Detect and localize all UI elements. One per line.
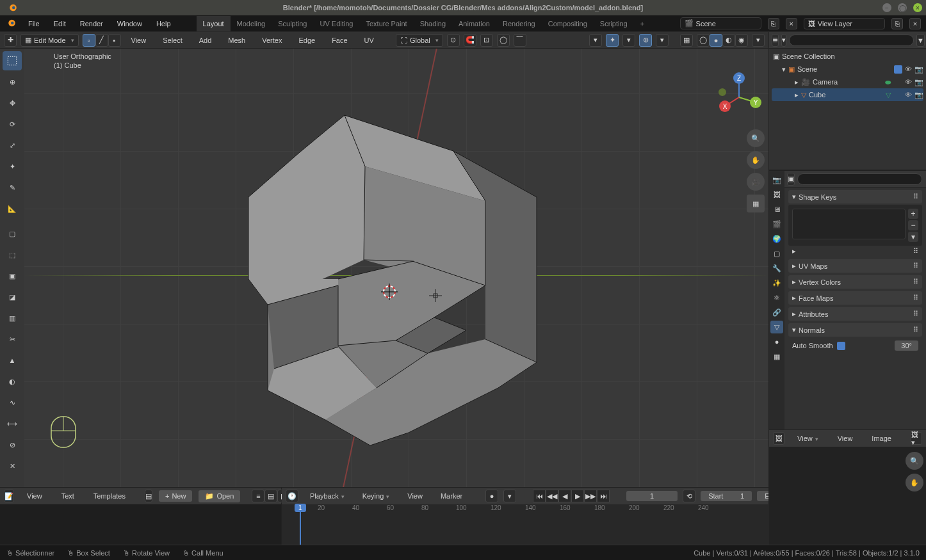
outliner-type-icon[interactable]: ≣ (772, 34, 779, 47)
vp-menu-uv[interactable]: UV (358, 34, 380, 47)
menu-file[interactable]: File (22, 17, 46, 30)
gizmo-toggle-icon[interactable]: ✦ (606, 34, 619, 47)
prop-particle-icon[interactable]: ✨ (770, 276, 783, 289)
tool-inset[interactable]: ▣ (3, 266, 22, 285)
tab-rendering[interactable]: Rendering (496, 16, 542, 31)
eye-icon[interactable]: 👁 (905, 91, 912, 99)
new-layer-button[interactable]: ⎘ (891, 18, 903, 29)
tree-scene[interactable]: ▾▣ Scene 👁📷 (772, 63, 923, 76)
te-opt2-icon[interactable]: ▤ (264, 490, 277, 502)
tool-add-cube[interactable]: ▢ (3, 224, 22, 243)
tool-annotate[interactable]: ✎ (3, 178, 22, 197)
render-icon[interactable]: 📷 (914, 65, 923, 74)
snap-icon[interactable]: 🧲 (464, 34, 476, 47)
prop-world-icon[interactable]: 🌍 (770, 232, 783, 245)
proportional-type-icon[interactable]: ⁀ (514, 34, 526, 47)
tool-rip[interactable]: ✕ (3, 456, 22, 476)
prop-render-icon[interactable]: 📷 (770, 173, 783, 186)
render-icon[interactable]: 📷 (914, 78, 923, 86)
te-menu-view[interactable]: View (20, 490, 49, 502)
panel-face-maps[interactable]: ▸Face Maps⠿ (788, 291, 922, 305)
panel-attributes[interactable]: ▸Attributes⠿ (788, 307, 922, 321)
prop-modifier-icon[interactable]: 🔧 (770, 262, 783, 275)
prop-output-icon[interactable]: 🖼 (770, 188, 783, 201)
delete-scene-button[interactable]: × (786, 18, 797, 29)
minimize-icon[interactable]: − (882, 3, 891, 12)
tl-marker[interactable]: Marker (434, 490, 469, 502)
mesh-display-icon[interactable]: ▾ (589, 34, 602, 47)
xray-icon[interactable]: ▦ (680, 34, 693, 47)
editor-type-icon[interactable]: ✚ (4, 34, 17, 47)
vp-menu-mesh[interactable]: Mesh (222, 34, 252, 47)
tl-view[interactable]: View (401, 490, 429, 502)
tool-polybuild[interactable]: ▲ (3, 351, 22, 370)
prop-material-icon[interactable]: ● (770, 335, 783, 348)
menu-edit[interactable]: Edit (47, 17, 72, 30)
te-menu-templates[interactable]: Templates (87, 490, 132, 502)
tab-sculpting[interactable]: Sculpting (272, 16, 313, 31)
vp-menu-add[interactable]: Add (193, 34, 218, 47)
tab-texture-paint[interactable]: Texture Paint (359, 16, 413, 31)
tool-knife[interactable]: ✂ (3, 330, 22, 349)
shading-options-icon[interactable]: ▾ (752, 34, 765, 47)
jump-start-icon[interactable]: ⏮ (533, 490, 546, 502)
tree-cube[interactable]: ▸▽ Cube ▽👁📷 (772, 88, 923, 101)
select-mode-face[interactable]: ▪ (108, 34, 121, 47)
select-mode-edge[interactable]: ╱ (95, 34, 108, 47)
auto-key-icon[interactable]: ● (485, 490, 498, 502)
jump-end-icon[interactable]: ⏭ (597, 490, 610, 502)
prop-constraint-icon[interactable]: 🔗 (770, 306, 783, 319)
data-icon[interactable]: ⬬ (885, 78, 891, 86)
ie-browse-icon[interactable]: 🖼▾ (911, 432, 922, 445)
vp-menu-vertex[interactable]: Vertex (256, 34, 288, 47)
pivot-icon[interactable]: ⊙ (447, 34, 460, 47)
tab-layout[interactable]: Layout (197, 16, 231, 31)
tool-bevel[interactable]: ◪ (3, 287, 22, 307)
text-editor-body[interactable] (0, 504, 281, 545)
te-opt1-icon[interactable]: ≡ (252, 490, 264, 502)
auto-smooth-angle[interactable]: 30° (895, 340, 918, 351)
tree-scene-collection[interactable]: ▣ Scene Collection (772, 50, 923, 63)
tree-camera[interactable]: ▸🎥 Camera ⬬👁📷 (772, 76, 923, 88)
prop-scene-icon[interactable]: 🎬 (770, 218, 783, 230)
image-editor-type-icon[interactable]: 🖼 (773, 432, 784, 445)
tool-transform[interactable]: ✦ (3, 157, 22, 176)
add-shapekey-button[interactable]: + (908, 209, 918, 219)
te-browse-icon[interactable]: ▤ (145, 490, 152, 502)
prop-physics-icon[interactable]: ⚛ (770, 291, 783, 304)
remove-shapekey-button[interactable]: − (908, 220, 918, 230)
tl-keying[interactable]: Keying (356, 490, 396, 502)
panel-uv-maps[interactable]: ▸UV Maps⠿ (788, 259, 922, 273)
render-icon[interactable]: 📷 (914, 91, 923, 99)
auto-smooth-checkbox[interactable] (837, 342, 845, 350)
te-new-button[interactable]: +New (159, 490, 192, 502)
tool-move[interactable]: ✥ (3, 93, 22, 113)
close-icon[interactable]: × (913, 3, 922, 12)
scene-selector[interactable]: 🎬 Scene (680, 17, 761, 29)
timeline-track[interactable]: 1 20 40 60 80 100 120 140 160 180 200 22… (282, 504, 812, 545)
frame-range-icon[interactable]: ⟲ (683, 490, 695, 502)
enable-checkbox[interactable] (894, 65, 902, 74)
panel-shape-keys[interactable]: ▾Shape Keys⠿ (788, 190, 922, 204)
outliner-filter-icon[interactable]: ▼ (916, 34, 925, 47)
tab-uv-editing[interactable]: UV Editing (313, 16, 359, 31)
blender-icon[interactable] (5, 17, 17, 30)
tool-rotate[interactable]: ⟳ (3, 115, 22, 134)
orientation-selector[interactable]: ⛶ Global (396, 34, 443, 47)
shading-wireframe-icon[interactable]: ◯ (697, 34, 710, 47)
vp-menu-edge[interactable]: Edge (292, 34, 321, 47)
tab-modeling[interactable]: Modeling (231, 16, 272, 31)
prop-object-icon[interactable]: ▢ (770, 247, 783, 260)
prop-texture-icon[interactable]: ▦ (770, 350, 783, 363)
tool-extrude[interactable]: ⬚ (3, 245, 22, 264)
snap-type-icon[interactable]: ⊡ (480, 34, 493, 47)
outliner-search[interactable] (789, 35, 914, 46)
eye-icon[interactable]: 👁 (905, 65, 912, 74)
tool-loopcut[interactable]: ▥ (3, 308, 22, 328)
tab-animation[interactable]: Animation (452, 16, 496, 31)
prop-mesh-icon[interactable]: ▽ (770, 321, 783, 333)
tool-smooth[interactable]: ∿ (3, 393, 22, 412)
gizmo-options-icon[interactable]: ▾ (622, 34, 635, 47)
next-key-icon[interactable]: ▶▶ (584, 490, 597, 502)
play-rev-icon[interactable]: ◀ (558, 490, 571, 502)
